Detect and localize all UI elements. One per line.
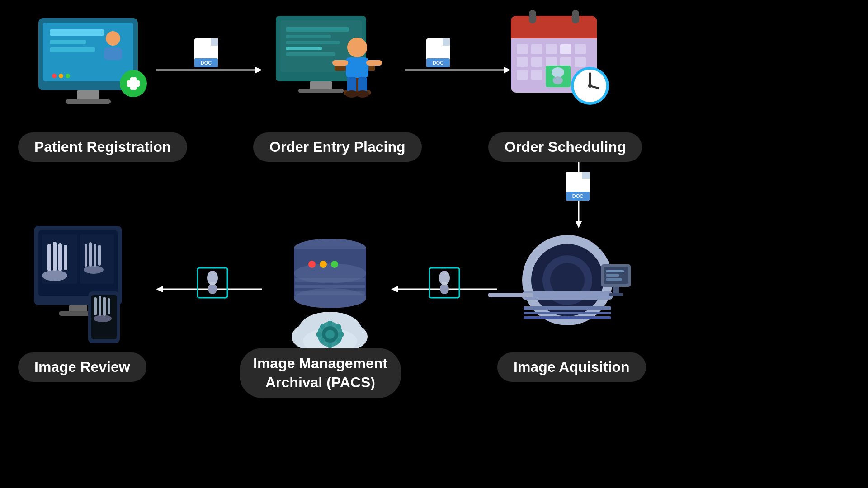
svg-point-147	[84, 266, 104, 274]
svg-rect-126	[328, 321, 332, 326]
svg-rect-77	[575, 44, 586, 54]
svg-rect-62	[332, 60, 348, 66]
label-pacs: Image Management Archival (PACS)	[240, 348, 401, 398]
svg-rect-105	[606, 274, 619, 277]
svg-point-38	[106, 31, 120, 46]
svg-rect-76	[560, 44, 571, 54]
svg-rect-107	[613, 287, 619, 294]
svg-rect-81	[560, 57, 571, 67]
svg-rect-56	[298, 89, 344, 93]
svg-rect-53	[286, 47, 322, 50]
svg-rect-140	[64, 245, 67, 270]
svg-rect-40	[77, 90, 99, 100]
svg-rect-65	[358, 77, 367, 93]
svg-rect-146	[98, 245, 101, 266]
svg-rect-155	[108, 298, 110, 314]
svg-rect-44	[130, 77, 137, 90]
svg-rect-98	[488, 293, 533, 297]
svg-marker-3	[504, 67, 511, 73]
svg-rect-61	[346, 57, 368, 78]
svg-rect-97	[522, 291, 613, 300]
label-order-scheduling: Order Scheduling	[488, 132, 642, 162]
svg-rect-144	[89, 242, 92, 267]
svg-rect-36	[50, 40, 86, 44]
svg-rect-99	[524, 306, 611, 310]
svg-rect-117	[295, 285, 365, 288]
svg-rect-116	[295, 278, 365, 282]
svg-rect-152	[94, 297, 97, 315]
svg-rect-148	[69, 305, 87, 312]
svg-rect-71	[529, 10, 536, 23]
svg-rect-145	[94, 244, 96, 267]
svg-rect-17	[443, 38, 450, 46]
svg-point-114	[320, 261, 327, 268]
svg-rect-137	[47, 244, 51, 271]
svg-point-66	[345, 90, 358, 98]
svg-rect-100	[524, 312, 611, 314]
svg-rect-75	[546, 44, 557, 54]
svg-rect-37	[50, 47, 95, 52]
svg-rect-128	[316, 332, 322, 337]
svg-rect-52	[286, 41, 340, 44]
svg-rect-72	[572, 10, 579, 23]
svg-rect-51	[286, 35, 331, 38]
svg-rect-108	[609, 293, 623, 296]
svg-point-92	[588, 84, 592, 88]
svg-point-141	[42, 270, 67, 281]
svg-rect-12	[211, 38, 218, 46]
svg-rect-101	[524, 316, 611, 319]
pacs-label-line1: Image Management	[253, 355, 387, 371]
label-image-acquisition: Image Aquisition	[497, 352, 646, 382]
svg-rect-154	[103, 297, 106, 316]
svg-text:DOC: DOC	[433, 60, 444, 66]
svg-rect-41	[66, 99, 111, 104]
svg-point-111	[294, 288, 366, 308]
svg-rect-54	[286, 52, 335, 56]
svg-rect-106	[606, 278, 622, 281]
svg-rect-39	[104, 47, 122, 60]
svg-rect-50	[286, 27, 349, 32]
svg-rect-84	[531, 70, 542, 80]
svg-point-113	[308, 261, 316, 268]
svg-rect-55	[310, 81, 332, 89]
svg-rect-63	[366, 60, 382, 66]
svg-text:DOC: DOC	[572, 193, 584, 199]
svg-point-47	[66, 74, 70, 78]
svg-point-67	[356, 90, 369, 98]
svg-rect-143	[85, 244, 87, 267]
label-order-entry: Order Entry Placing	[253, 132, 422, 162]
svg-rect-129	[338, 332, 344, 337]
svg-point-46	[59, 74, 63, 78]
svg-marker-1	[255, 67, 262, 73]
svg-rect-153	[99, 296, 101, 316]
svg-point-86	[552, 67, 564, 77]
svg-text:DOC: DOC	[201, 60, 212, 66]
svg-rect-127	[328, 343, 332, 348]
svg-rect-138	[53, 242, 57, 271]
svg-rect-28	[442, 282, 447, 285]
svg-point-156	[94, 315, 112, 322]
svg-rect-82	[575, 57, 586, 67]
svg-rect-118	[295, 291, 365, 295]
svg-rect-64	[347, 77, 356, 93]
svg-rect-32	[210, 282, 215, 285]
svg-point-87	[553, 76, 563, 84]
svg-point-115	[331, 261, 338, 268]
label-patient-registration: Patient Registration	[18, 132, 187, 162]
svg-rect-70	[511, 29, 597, 38]
svg-rect-83	[517, 70, 528, 80]
svg-rect-74	[531, 44, 542, 54]
svg-rect-139	[58, 243, 62, 271]
svg-rect-104	[606, 270, 624, 272]
svg-point-60	[347, 38, 367, 57]
svg-rect-35	[50, 29, 104, 36]
svg-point-45	[52, 74, 57, 78]
svg-point-125	[326, 330, 335, 339]
pacs-label-line2: Archival (PACS)	[265, 374, 375, 390]
svg-rect-22	[582, 172, 590, 179]
svg-marker-5	[576, 221, 582, 228]
label-image-review: Image Review	[18, 352, 146, 382]
svg-rect-78	[517, 57, 528, 67]
svg-rect-80	[546, 57, 557, 67]
svg-rect-73	[517, 44, 528, 54]
